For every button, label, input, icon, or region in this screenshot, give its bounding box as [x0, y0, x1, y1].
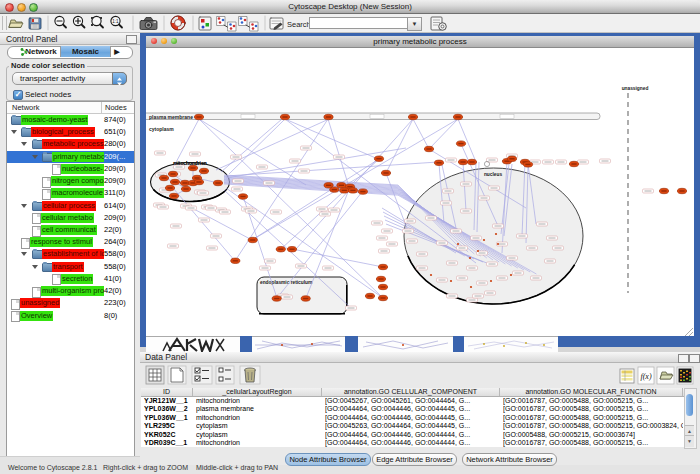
svg-text:unassigned: unassigned [622, 86, 649, 91]
svg-text:plasma membrane: plasma membrane [149, 114, 193, 120]
svg-text:mitochondrion: mitochondrion [173, 161, 207, 166]
svg-text:cytoplasm: cytoplasm [149, 126, 174, 132]
svg-text:nucleus: nucleus [484, 172, 502, 177]
svg-text:endoplasmic reticulum: endoplasmic reticulum [260, 280, 312, 285]
svg-text:f(x): f(x) [640, 372, 651, 381]
svg-text:1:1: 1:1 [112, 19, 119, 24]
